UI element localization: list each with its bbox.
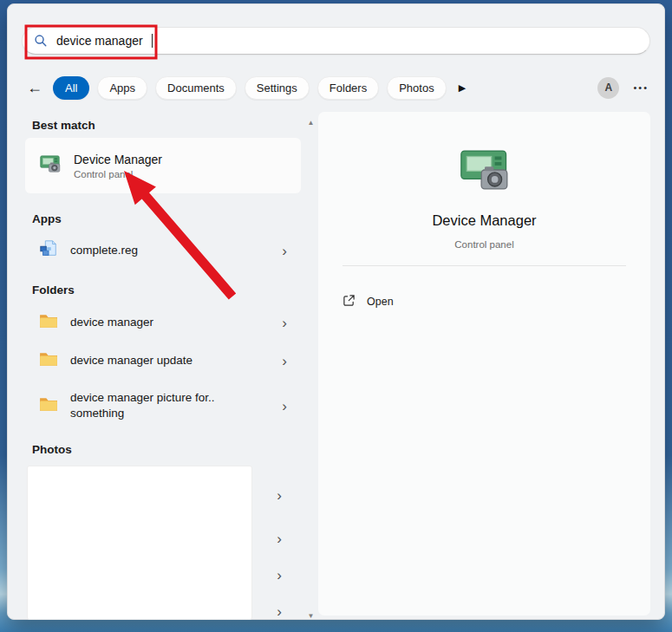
registry-file-icon xyxy=(39,239,58,262)
filter-tabs: ← All Apps Documents Settings Folders Ph… xyxy=(23,74,649,101)
chevron-right-icon[interactable]: › xyxy=(282,399,287,414)
chevron-right-icon[interactable]: › xyxy=(270,603,289,621)
folder-icon xyxy=(39,396,58,415)
apps-section-header: Apps xyxy=(32,212,62,225)
best-match-title: Device Manager xyxy=(74,153,162,166)
app-result-label: complete.reg xyxy=(70,243,138,258)
folder-result-label: device manager xyxy=(70,315,153,330)
chevron-right-icon[interactable]: › xyxy=(282,316,287,330)
scroll-down-icon[interactable]: ▼ xyxy=(308,612,315,620)
folder-result-label: device manager update xyxy=(70,353,192,368)
folder-result[interactable]: device manager › xyxy=(25,304,301,341)
more-options-icon[interactable]: ••• xyxy=(633,82,649,93)
folder-icon xyxy=(39,351,58,370)
tab-all[interactable]: All xyxy=(53,76,89,100)
back-button[interactable]: ← xyxy=(23,79,46,97)
photos-section-header: Photos xyxy=(32,443,72,456)
folder-result[interactable]: device manager picture for.. something › xyxy=(25,381,301,431)
chevron-right-icon[interactable]: › xyxy=(282,354,287,368)
folders-section-header: Folders xyxy=(32,283,75,296)
search-icon xyxy=(34,34,48,48)
folder-icon xyxy=(39,313,58,332)
tab-documents[interactable]: Documents xyxy=(155,76,237,100)
chevron-right-icon[interactable]: › xyxy=(270,531,289,548)
open-external-icon xyxy=(343,294,356,310)
tab-apps[interactable]: Apps xyxy=(97,76,147,100)
device-manager-icon-large xyxy=(458,143,512,200)
results-scrollbar[interactable]: ▲ ▼ xyxy=(305,119,316,620)
preview-pane: Device Manager Control panel Open xyxy=(318,112,650,616)
text-cursor xyxy=(152,34,153,48)
search-flyout-window: device manager ← All Apps Documents Sett… xyxy=(7,3,665,620)
more-tabs-icon[interactable]: ▶ xyxy=(459,82,466,94)
best-match-subtitle: Control panel xyxy=(74,169,162,179)
scroll-up-icon[interactable]: ▲ xyxy=(308,119,315,127)
chevron-right-icon[interactable]: › xyxy=(282,244,287,258)
chevron-right-icon[interactable]: › xyxy=(270,487,289,505)
tab-folders[interactable]: Photos xyxy=(387,76,446,100)
search-input[interactable]: device manager xyxy=(56,34,143,48)
best-match-header: Best match xyxy=(32,119,95,132)
search-bar[interactable]: device manager xyxy=(22,27,650,55)
tab-photos[interactable]: Folders xyxy=(317,76,379,100)
device-manager-icon xyxy=(39,153,62,179)
best-match-result[interactable]: Device Manager Control panel xyxy=(25,138,301,193)
folder-result[interactable]: device manager update › xyxy=(25,342,301,379)
chevron-right-icon[interactable]: › xyxy=(270,567,289,584)
app-result-complete-reg[interactable]: complete.reg › xyxy=(25,231,301,270)
folder-result-label: device manager picture for.. something xyxy=(70,390,235,421)
open-label: Open xyxy=(367,296,394,308)
preview-title: Device Manager xyxy=(318,212,650,229)
account-avatar[interactable]: A xyxy=(597,77,619,99)
open-action[interactable]: Open xyxy=(343,286,394,317)
divider xyxy=(343,265,626,266)
tab-settings[interactable]: Settings xyxy=(245,76,310,100)
preview-subtitle: Control panel xyxy=(318,239,650,250)
photo-result-thumbnail[interactable] xyxy=(27,466,252,620)
